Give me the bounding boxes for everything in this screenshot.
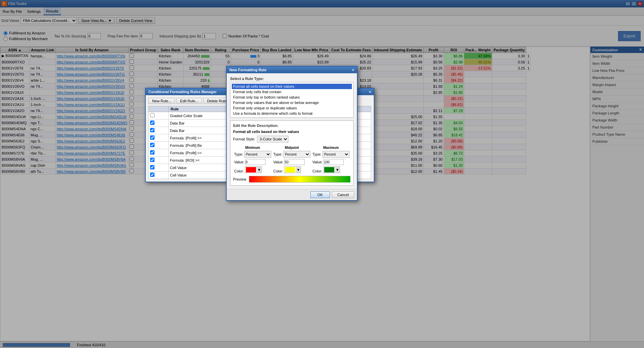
- new-rule-close-icon[interactable]: ×: [352, 68, 354, 72]
- rule-check-1[interactable]: [150, 121, 155, 125]
- rule-check-5[interactable]: [150, 150, 155, 155]
- edit-rule-button[interactable]: Edit Rule...: [176, 98, 202, 104]
- new-rule-body: Select a Rule Type: Format all cells bas…: [227, 73, 357, 189]
- min-color-picker[interactable]: ▼: [245, 166, 262, 173]
- edit-rule-section: Edit the Rule Description: Format all ce…: [230, 121, 354, 186]
- rule-check-3[interactable]: [150, 135, 155, 140]
- rule-check-2[interactable]: [150, 128, 155, 132]
- format-style-select[interactable]: 3-Color Scale 2-Color Scale Data Bar Ico…: [257, 136, 288, 142]
- new-rule-dialog-title: New Formatting Rule ×: [227, 66, 357, 73]
- mid-type-select[interactable]: Percent Number Formula: [283, 151, 310, 158]
- mid-color-swatch: [285, 167, 295, 172]
- mid-color-arrow[interactable]: ▼: [296, 167, 301, 173]
- rule-check-4[interactable]: [150, 143, 155, 147]
- cf-manager-close-icon[interactable]: ×: [369, 90, 371, 94]
- color-row: Color: ▼ Color: ▼: [233, 166, 351, 174]
- rule-type-item-2[interactable]: Format only top or bottom ranked values: [232, 95, 352, 100]
- new-rule-dialog-footer: OK Cancel: [227, 189, 357, 200]
- max-color-arrow[interactable]: ▼: [335, 167, 340, 173]
- min-color-swatch: [246, 167, 256, 172]
- rule-check-0[interactable]: [150, 113, 155, 117]
- rule-type-item-5[interactable]: Use a formula to determine which cells t…: [232, 111, 352, 116]
- scale-settings-table: Minimum Midpoint Maximum Type: Percent N…: [233, 145, 351, 174]
- select-rule-type-label: Select a Rule Type:: [230, 77, 354, 81]
- max-color-swatch: [324, 167, 334, 172]
- min-type-select[interactable]: Percent Number Formula: [244, 151, 271, 158]
- max-type-select[interactable]: Percent Number Formula: [323, 151, 349, 158]
- mid-col-header: Midpoint: [272, 145, 311, 150]
- format-all-cells-label: Format all cells based on their values: [233, 130, 351, 134]
- max-value-input[interactable]: [324, 159, 344, 165]
- mid-color-picker[interactable]: ▼: [284, 166, 301, 173]
- mid-value-input[interactable]: [284, 159, 305, 165]
- ok-button[interactable]: OK: [310, 191, 330, 198]
- rules-col-check: [149, 106, 169, 112]
- edit-rule-title: Edit the Rule Description:: [233, 124, 351, 128]
- format-style-row: Format Style: 3-Color Scale 2-Color Scal…: [233, 136, 351, 142]
- type-row: Type: Percent Number Formula Type: Perce…: [233, 150, 351, 158]
- cancel-button[interactable]: Cancel: [332, 191, 354, 198]
- rule-check-6[interactable]: [150, 158, 155, 162]
- max-col-header: Maximum: [311, 145, 351, 150]
- value-row: Value: Value: Value:: [233, 158, 351, 166]
- rule-type-item-4[interactable]: Format only unique or duplicate values: [232, 105, 352, 111]
- rule-type-item-0[interactable]: Format all cells based on their values: [232, 84, 352, 89]
- rule-type-item-3[interactable]: Format only values that are above or bel…: [232, 100, 352, 105]
- min-value-input[interactable]: [245, 159, 265, 165]
- preview-row: Preview: [233, 176, 351, 183]
- preview-label: Preview: [233, 177, 246, 181]
- min-col-header: Minimum: [233, 145, 272, 150]
- rule-check-8[interactable]: [150, 172, 155, 177]
- rule-check-7[interactable]: [150, 165, 155, 169]
- max-color-picker[interactable]: ▼: [323, 166, 340, 173]
- new-formatting-rule-dialog: New Formatting Rule × Select a Rule Type…: [226, 66, 358, 201]
- new-rule-button[interactable]: New Rule...: [148, 98, 175, 104]
- min-color-arrow[interactable]: ▼: [257, 167, 261, 173]
- rule-type-list: Format all cells based on their values F…: [230, 82, 354, 118]
- preview-gradient-bar: [249, 176, 351, 183]
- rule-type-item-1[interactable]: Format only cells that contain: [232, 89, 352, 95]
- format-style-label: Format Style:: [233, 137, 255, 141]
